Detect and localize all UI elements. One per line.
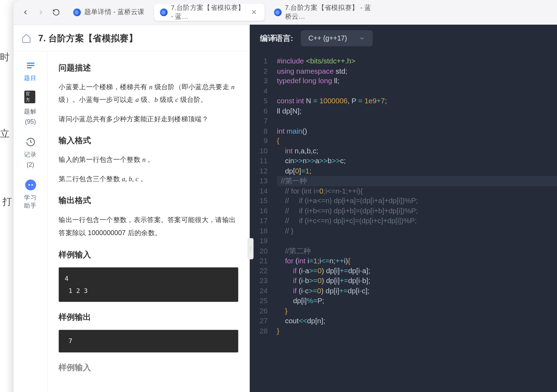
- tab-label: 题单详情 - 蓝桥云课: [84, 8, 145, 17]
- tab-0[interactable]: ◎ 题单详情 - 蓝桥云课: [67, 4, 151, 20]
- bg-fragment: 打: [2, 196, 12, 208]
- browser-window: ◎ 题单详情 - 蓝桥云课 ◎ 7.台阶方案【省模拟赛】 - 蓝… ✕ ◎ 7.…: [14, 0, 557, 392]
- rail-count: (2): [27, 161, 34, 168]
- pane-resize-handle[interactable]: ⋮: [248, 238, 254, 259]
- chevron-down-icon: [359, 35, 365, 41]
- reload-button[interactable]: [48, 5, 63, 20]
- browser-topbar: ◎ 题单详情 - 蓝桥云课 ◎ 7.台阶方案【省模拟赛】 - 蓝… ✕ ◎ 7.…: [14, 0, 557, 25]
- section-input-heading: 输入格式: [59, 133, 238, 149]
- lang-select[interactable]: C++ (g++17): [301, 30, 373, 47]
- rail-problem[interactable]: 题目: [24, 60, 37, 82]
- lang-value: C++ (g++17): [308, 35, 347, 42]
- section-sample-in2-heading: 样例输入: [59, 360, 238, 375]
- rail-record[interactable]: 记录 (2): [24, 136, 37, 168]
- sample-input-block: 4 1 2 3: [59, 268, 238, 302]
- svg-point-10: [31, 184, 33, 186]
- sample-output-block: 7: [59, 330, 238, 352]
- rail-label: 题目: [24, 74, 37, 82]
- official-badge: 官方: [24, 91, 35, 103]
- forward-button[interactable]: [33, 5, 48, 20]
- section-sample-in-heading: 样例输入: [59, 247, 238, 263]
- problem-content[interactable]: 问题描述 小蓝要上一个楼梯，楼梯共有 n 级台阶（即小蓝总共要走 n 级）。小蓝…: [48, 52, 249, 392]
- rail-label: 记录: [24, 151, 37, 159]
- section-desc-heading: 问题描述: [59, 60, 238, 76]
- code-area[interactable]: #include <bits/stdc++.h> using namespace…: [273, 52, 557, 392]
- svg-point-8: [25, 179, 36, 190]
- tab-2[interactable]: ◎ 7.台阶方案【省模拟赛】 - 蓝桥云…: [268, 4, 379, 20]
- problem-header: 7. 台阶方案【省模拟赛】: [14, 25, 249, 52]
- tab-label: 7.台阶方案【省模拟赛】 - 蓝…: [171, 3, 246, 21]
- rail-label: 助手: [24, 202, 37, 210]
- rail-count: (95): [25, 118, 36, 125]
- code-pane: ⋮ 编译语言: C++ (g++17) 12345678910111213141…: [250, 25, 557, 392]
- rail-label: 题解: [24, 108, 37, 116]
- home-icon[interactable]: [21, 33, 31, 43]
- favicon-icon: ◎: [274, 8, 281, 16]
- bot-icon: [24, 179, 36, 191]
- favicon-icon: ◎: [160, 8, 168, 16]
- section-output-heading: 输出格式: [59, 193, 238, 209]
- side-rail: 题目 官方 题解 (95) 记录: [14, 52, 48, 392]
- svg-point-9: [28, 184, 30, 186]
- line-gutter: 1234567891011121314151617181920212223242…: [250, 52, 274, 392]
- code-header: 编译语言: C++ (g++17): [250, 25, 557, 52]
- back-button[interactable]: [18, 5, 33, 20]
- problem-title: 7. 台阶方案【省模拟赛】: [38, 32, 138, 44]
- list-icon: [24, 60, 36, 72]
- input-paragraph: 输入的第一行包含一个整数 n 。: [59, 154, 238, 167]
- lang-label: 编译语言:: [260, 33, 293, 43]
- code-editor[interactable]: 1234567891011121314151617181920212223242…: [250, 52, 557, 392]
- tab-1[interactable]: ◎ 7.台阶方案【省模拟赛】 - 蓝… ✕: [154, 4, 265, 20]
- desc-paragraph: 请问小蓝总共有多少种方案能正好走到楼梯顶端？: [59, 112, 238, 125]
- favicon-icon: ◎: [73, 8, 81, 16]
- problem-pane: 7. 台阶方案【省模拟赛】 题目 官方 题解: [14, 25, 250, 392]
- input-paragraph: 第二行包含三个整数 a, b, c 。: [59, 172, 238, 185]
- tab-label: 7.台阶方案【省模拟赛】 - 蓝桥云…: [285, 3, 373, 21]
- rail-label: 学习: [24, 194, 37, 202]
- close-icon[interactable]: ✕: [250, 8, 259, 16]
- history-icon: [24, 136, 36, 148]
- rail-assistant[interactable]: 学习 助手: [24, 179, 37, 210]
- desc-paragraph: 小蓝要上一个楼梯，楼梯共有 n 级台阶（即小蓝总共要走 n 级）。小蓝每一步可以…: [59, 81, 238, 106]
- bg-fragment: 立: [0, 128, 10, 140]
- output-paragraph: 输出一行包含一个整数，表示答案。答案可能很大，请输出答案除以 100000000…: [59, 214, 238, 239]
- rail-solution[interactable]: 官方 题解 (95): [24, 93, 37, 125]
- bg-fragment: 时: [0, 51, 10, 64]
- section-sample-out-heading: 样例输出: [59, 310, 238, 325]
